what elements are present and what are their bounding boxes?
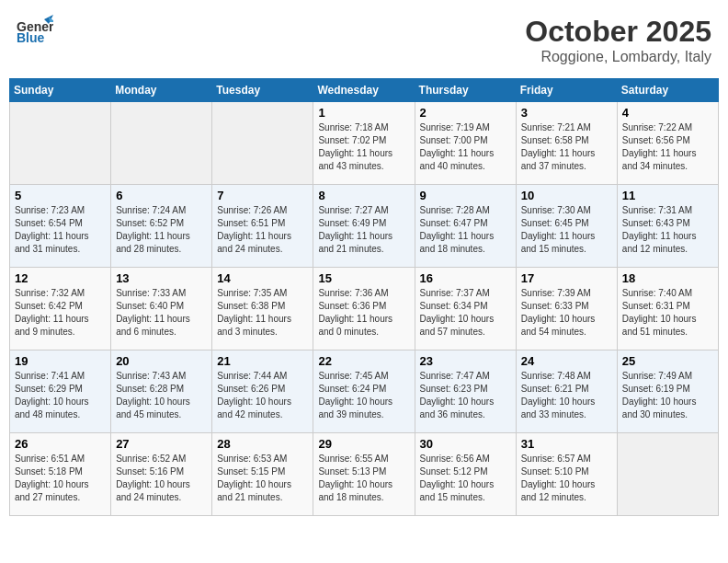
empty-day-cell [10,102,111,185]
day-number: 24 [521,354,612,368]
logo-bird-icon: General Blue [17,15,53,47]
day-number: 28 [217,437,308,451]
calendar-day-1: 1Sunrise: 7:18 AMSunset: 7:02 PMDaylight… [313,102,415,185]
calendar-day-21: 21Sunrise: 7:44 AMSunset: 6:26 PMDayligh… [212,350,313,433]
day-number: 12 [15,271,106,285]
month-title: October 2025 [525,15,711,49]
day-number: 14 [217,271,308,285]
calendar-day-4: 4Sunrise: 7:22 AMSunset: 6:56 PMDaylight… [617,102,718,185]
calendar-day-10: 10Sunrise: 7:30 AMSunset: 6:45 PMDayligh… [516,185,617,268]
calendar-day-25: 25Sunrise: 7:49 AMSunset: 6:19 PMDayligh… [617,350,718,433]
calendar-day-15: 15Sunrise: 7:36 AMSunset: 6:36 PMDayligh… [313,268,415,350]
day-info: Sunrise: 7:36 AMSunset: 6:36 PMDaylight:… [318,287,409,339]
day-number: 15 [318,271,409,285]
weekday-header-sunday: Sunday [10,79,111,102]
day-info: Sunrise: 7:41 AMSunset: 6:29 PMDaylight:… [15,370,106,421]
calendar-day-2: 2Sunrise: 7:19 AMSunset: 7:00 PMDaylight… [415,102,516,185]
calendar-week-row: 5Sunrise: 7:23 AMSunset: 6:54 PMDaylight… [10,185,719,268]
calendar-day-5: 5Sunrise: 7:23 AMSunset: 6:54 PMDaylight… [10,185,111,268]
day-info: Sunrise: 7:21 AMSunset: 6:58 PMDaylight:… [521,121,612,173]
calendar-day-20: 20Sunrise: 7:43 AMSunset: 6:28 PMDayligh… [111,350,212,433]
weekday-header-wednesday: Wednesday [313,79,415,102]
calendar-week-row: 19Sunrise: 7:41 AMSunset: 6:29 PMDayligh… [10,350,719,433]
day-number: 10 [521,189,612,202]
day-number: 25 [622,354,713,368]
title-block: October 2025 Roggione, Lombardy, Italy [525,15,711,65]
svg-text:Blue: Blue [17,30,45,45]
day-number: 4 [622,106,713,120]
weekday-header-saturday: Saturday [617,79,718,102]
day-number: 26 [15,437,106,451]
day-info: Sunrise: 7:33 AMSunset: 6:40 PMDaylight:… [116,287,207,339]
calendar-day-11: 11Sunrise: 7:31 AMSunset: 6:43 PMDayligh… [617,185,718,268]
calendar-day-13: 13Sunrise: 7:33 AMSunset: 6:40 PMDayligh… [111,268,212,350]
day-number: 5 [15,189,106,202]
day-number: 16 [420,271,511,285]
weekday-header-row: SundayMondayTuesdayWednesdayThursdayFrid… [10,79,719,102]
day-number: 31 [521,437,612,451]
day-info: Sunrise: 6:51 AMSunset: 5:18 PMDaylight:… [15,453,106,504]
calendar-week-row: 12Sunrise: 7:32 AMSunset: 6:42 PMDayligh… [10,268,719,350]
empty-day-cell [617,433,718,516]
calendar-day-31: 31Sunrise: 6:57 AMSunset: 5:10 PMDayligh… [516,433,617,516]
weekday-header-friday: Friday [516,79,617,102]
calendar-week-row: 26Sunrise: 6:51 AMSunset: 5:18 PMDayligh… [10,433,719,516]
day-number: 8 [318,189,409,202]
empty-day-cell [111,102,212,185]
day-number: 19 [15,354,106,368]
calendar-day-18: 18Sunrise: 7:40 AMSunset: 6:31 PMDayligh… [617,268,718,350]
day-number: 13 [116,271,207,285]
day-info: Sunrise: 7:26 AMSunset: 6:51 PMDaylight:… [217,204,308,256]
calendar-day-8: 8Sunrise: 7:27 AMSunset: 6:49 PMDaylight… [313,185,415,268]
day-number: 20 [116,354,207,368]
day-info: Sunrise: 6:56 AMSunset: 5:12 PMDaylight:… [420,453,511,504]
day-number: 11 [622,189,713,202]
day-number: 9 [420,189,511,202]
day-info: Sunrise: 7:28 AMSunset: 6:47 PMDaylight:… [420,204,511,256]
calendar-day-26: 26Sunrise: 6:51 AMSunset: 5:18 PMDayligh… [10,433,111,516]
calendar-day-12: 12Sunrise: 7:32 AMSunset: 6:42 PMDayligh… [10,268,111,350]
day-info: Sunrise: 7:39 AMSunset: 6:33 PMDaylight:… [521,287,612,339]
day-info: Sunrise: 7:24 AMSunset: 6:52 PMDaylight:… [116,204,207,256]
page-header: General Blue October 2025 Roggione, Lomb… [9,9,719,71]
calendar-day-23: 23Sunrise: 7:47 AMSunset: 6:23 PMDayligh… [415,350,516,433]
day-number: 29 [318,437,409,451]
day-info: Sunrise: 7:30 AMSunset: 6:45 PMDaylight:… [521,204,612,256]
day-info: Sunrise: 7:40 AMSunset: 6:31 PMDaylight:… [622,287,713,339]
day-info: Sunrise: 7:23 AMSunset: 6:54 PMDaylight:… [15,204,106,256]
calendar-day-14: 14Sunrise: 7:35 AMSunset: 6:38 PMDayligh… [212,268,313,350]
day-info: Sunrise: 7:18 AMSunset: 7:02 PMDaylight:… [318,121,409,173]
empty-day-cell [212,102,313,185]
day-info: Sunrise: 7:19 AMSunset: 7:00 PMDaylight:… [420,121,511,173]
day-info: Sunrise: 7:27 AMSunset: 6:49 PMDaylight:… [318,204,409,256]
day-info: Sunrise: 7:45 AMSunset: 6:24 PMDaylight:… [318,370,409,421]
day-info: Sunrise: 7:48 AMSunset: 6:21 PMDaylight:… [521,370,612,421]
day-number: 17 [521,271,612,285]
location-title: Roggione, Lombardy, Italy [525,49,711,65]
calendar-day-9: 9Sunrise: 7:28 AMSunset: 6:47 PMDaylight… [415,185,516,268]
day-info: Sunrise: 6:53 AMSunset: 5:15 PMDaylight:… [217,453,308,504]
day-info: Sunrise: 7:31 AMSunset: 6:43 PMDaylight:… [622,204,713,256]
day-info: Sunrise: 7:37 AMSunset: 6:34 PMDaylight:… [420,287,511,339]
day-info: Sunrise: 7:43 AMSunset: 6:28 PMDaylight:… [116,370,207,421]
day-number: 27 [116,437,207,451]
day-info: Sunrise: 7:44 AMSunset: 6:26 PMDaylight:… [217,370,308,421]
day-number: 23 [420,354,511,368]
calendar-day-7: 7Sunrise: 7:26 AMSunset: 6:51 PMDaylight… [212,185,313,268]
weekday-header-monday: Monday [111,79,212,102]
calendar-day-27: 27Sunrise: 6:52 AMSunset: 5:16 PMDayligh… [111,433,212,516]
calendar-day-19: 19Sunrise: 7:41 AMSunset: 6:29 PMDayligh… [10,350,111,433]
day-info: Sunrise: 7:22 AMSunset: 6:56 PMDaylight:… [622,121,713,173]
day-number: 21 [217,354,308,368]
day-number: 18 [622,271,713,285]
calendar-table: SundayMondayTuesdayWednesdayThursdayFrid… [9,78,719,516]
day-number: 22 [318,354,409,368]
day-info: Sunrise: 6:55 AMSunset: 5:13 PMDaylight:… [318,453,409,504]
day-number: 1 [318,106,409,120]
calendar-day-6: 6Sunrise: 7:24 AMSunset: 6:52 PMDaylight… [111,185,212,268]
day-number: 7 [217,189,308,202]
calendar-day-29: 29Sunrise: 6:55 AMSunset: 5:13 PMDayligh… [313,433,415,516]
calendar-day-17: 17Sunrise: 7:39 AMSunset: 6:33 PMDayligh… [516,268,617,350]
calendar-day-22: 22Sunrise: 7:45 AMSunset: 6:24 PMDayligh… [313,350,415,433]
day-number: 2 [420,106,511,120]
